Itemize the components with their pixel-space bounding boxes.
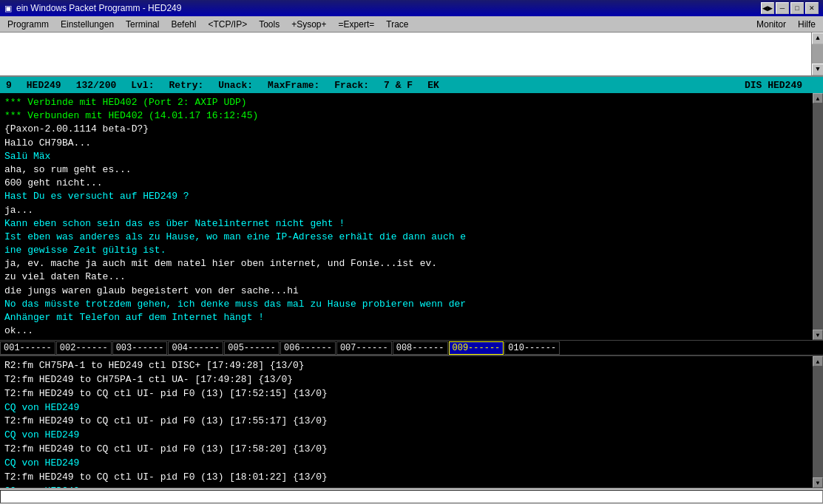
menu-trace[interactable]: Trace (380, 18, 414, 31)
trace-line: T2:fm HED249 to CQ ctl UI- pid F0 (13) [… (4, 443, 819, 457)
chat-line: aha, so rum geht es... (4, 163, 819, 177)
chat-line: No das müsste trotzdem gehen, ich denke … (4, 298, 819, 311)
scroll-track (812, 44, 823, 64)
chat-line: ja, ev. mache ja auch mit dem natel hier… (4, 257, 819, 270)
status-numbers: 7 & F (384, 80, 413, 91)
tab-3[interactable]: 003------ (112, 341, 168, 355)
chat-line: die jungs waren glaub begeistert von der… (4, 285, 819, 298)
chat-line: Ist eben was anderes als zu Hause, wo ma… (4, 231, 819, 244)
trace-lines: R2:fm CH75PA-1 to HED249 ctl DISC+ [17:4… (4, 359, 819, 488)
status-ek: EK (427, 80, 439, 91)
menu-terminal[interactable]: Terminal (120, 18, 165, 31)
chat-area: *** Verbinde mit HED402 (Port 2: AXIP UD… (0, 93, 823, 340)
status-level: Lvl: (131, 80, 154, 91)
menu-einstellungen[interactable]: Einstellungen (55, 18, 120, 31)
trace-line: R2:fm CH75PA-1 to HED249 ctl DISC+ [17:4… (4, 359, 819, 373)
trace-line: CQ von HED249 (4, 429, 819, 443)
menu-sysop[interactable]: +Sysop+ (285, 18, 332, 31)
tab-2[interactable]: 002------ (56, 341, 112, 355)
tab-7[interactable]: 007------ (336, 341, 392, 355)
titlebar: ▣ ein Windows Packet Programm - HED249 ◀… (0, 0, 823, 16)
scroll-down-btn[interactable]: ▼ (812, 64, 823, 75)
status-callsign: HED249 (27, 80, 61, 91)
trace-scroll-track (813, 367, 823, 477)
top-scrollbar[interactable]: ▲ ▼ (811, 33, 823, 75)
chat-scroll-up[interactable]: ▲ (813, 93, 823, 103)
tab-5[interactable]: 005------ (224, 341, 280, 355)
menu-befehl[interactable]: Befehl (165, 18, 202, 31)
status-retry: Retry: (169, 80, 203, 91)
tab-10[interactable]: 010------ (504, 341, 560, 355)
chat-scroll-track (813, 103, 823, 330)
menu-tcpip[interactable]: <TCP/IP> (202, 18, 253, 31)
maximize-button[interactable]: □ (790, 2, 804, 14)
top-panel: ▲ ▼ (0, 33, 823, 77)
chat-line: 600 geht nicht... (4, 177, 819, 190)
chat-line: Anhänger mit Telefon auf dem Internet hä… (4, 311, 819, 324)
statusbar: 9 HED249 132/200 Lvl: Retry: Unack: MaxF… (0, 77, 823, 93)
status-frame: 132/200 (76, 80, 117, 91)
chat-scroll-down[interactable]: ▼ (813, 330, 823, 340)
command-input[interactable] (0, 490, 823, 503)
status-unack: Unack: (218, 80, 253, 91)
chat-line: Ja das ist doch SUPER, dann gibts in der… (4, 338, 819, 340)
menu-programm[interactable]: Programm (1, 18, 55, 31)
chat-line: *** Verbinde mit HED402 (Port 2: AXIP UD… (4, 96, 819, 109)
title-text: ein Windows Packet Programm - HED249 (16, 3, 761, 13)
chat-line: {Paxon-2.00.1114 beta-D?} (4, 123, 819, 136)
chat-line: Salü Mäx (4, 150, 819, 163)
minimize-button[interactable]: ─ (776, 2, 789, 14)
main-area: ▲ ▼ 9 HED249 132/200 Lvl: Retry: Unack: … (0, 33, 823, 504)
title-icon: ▣ (4, 4, 12, 13)
tab-8[interactable]: 008------ (393, 341, 448, 355)
trace-area: R2:fm CH75PA-1 to HED249 ctl DISC+ [17:4… (0, 355, 823, 488)
chat-line: ok... (4, 324, 819, 338)
status-dis: DIS HED249 (745, 80, 802, 91)
chat-line: zu viel daten Rate... (4, 270, 819, 284)
trace-line: T2:fm HED249 to CQ ctl UI- pid F0 (13) [… (4, 415, 819, 429)
trace-line: T2:fm HED249 to CQ ctl UI- pid F0 (13) [… (4, 471, 819, 485)
menu-expert[interactable]: =Expert= (333, 18, 381, 31)
status-channel: 9 (6, 80, 12, 91)
menu-monitor[interactable]: Monitor (751, 18, 792, 31)
trace-line: T2:fm HED249 to CH75PA-1 ctl UA- [17:49:… (4, 373, 819, 387)
tab-4[interactable]: 004------ (168, 341, 223, 355)
trace-line: CQ von HED249 (4, 457, 819, 471)
restore-button[interactable]: ◀▶ (761, 2, 774, 14)
bottom-row (0, 488, 823, 504)
chat-line: *** Verbunden mit HED402 (14.01.17 16:12… (4, 109, 819, 123)
tabbar: 001------002------003------004------005-… (0, 340, 823, 355)
tab-1[interactable]: 001------ (0, 341, 55, 355)
trace-scrollbar[interactable]: ▲ ▼ (813, 356, 823, 488)
menubar: Programm Einstellungen Terminal Befehl <… (0, 16, 823, 33)
chat-lines: *** Verbinde mit HED402 (Port 2: AXIP UD… (4, 96, 819, 340)
chat-line: Hallo CH79BA... (4, 137, 819, 150)
trace-line: CQ von HED249 (4, 401, 819, 415)
status-maxframe: MaxFrame: (268, 80, 319, 91)
chat-line: Kann eben schon sein das es über Natelin… (4, 217, 819, 231)
scroll-up-btn[interactable]: ▲ (812, 33, 823, 44)
status-frack: Frack: (334, 80, 369, 91)
chat-scrollbar[interactable]: ▲ ▼ (813, 93, 823, 340)
tab-9[interactable]: 009------ (449, 341, 504, 355)
menu-tools[interactable]: Tools (253, 18, 285, 31)
window-controls: ◀▶ ─ □ ✕ (761, 2, 819, 14)
trace-scroll-down[interactable]: ▼ (813, 477, 823, 488)
tab-6[interactable]: 006------ (280, 341, 336, 355)
chat-line: ine gewisse Zeit gültig ist. (4, 244, 819, 257)
menu-hilfe[interactable]: Hilfe (792, 18, 822, 31)
chat-line: ja... (4, 204, 819, 217)
trace-line: T2:fm HED249 to CQ ctl UI- pid F0 (13) [… (4, 387, 819, 401)
close-button[interactable]: ✕ (805, 2, 819, 14)
chat-line: Hast Du es versucht auf HED249 ? (4, 190, 819, 203)
trace-line: CQ von HED249 (4, 485, 819, 488)
trace-scroll-up[interactable]: ▲ (813, 356, 823, 367)
